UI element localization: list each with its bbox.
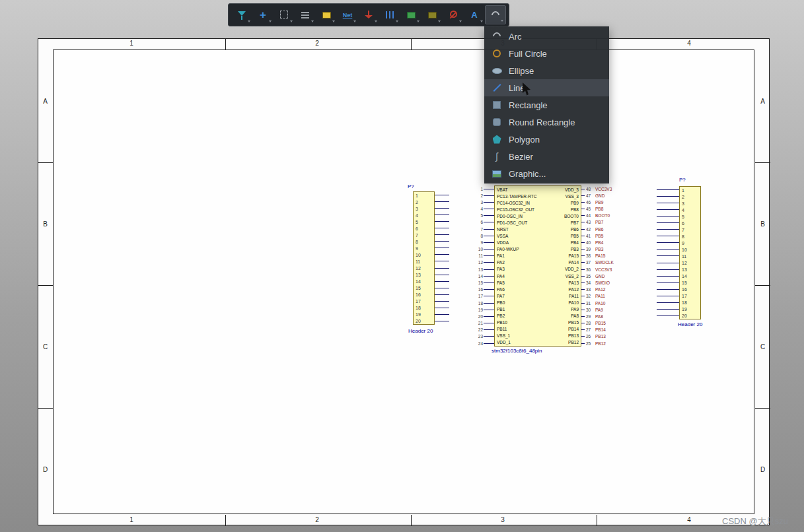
net-label[interactable]: PB7 — [595, 220, 603, 224]
pin-name: NRST — [497, 226, 544, 232]
menu-item[interactable]: Round Rectangle — [484, 114, 609, 131]
pin-number: 3 — [473, 200, 483, 205]
pin-number: 12 — [414, 265, 434, 271]
net-label[interactable]: PB6 — [595, 227, 603, 232]
align-button[interactable] — [295, 5, 316, 24]
pin-name: PA6 — [497, 286, 544, 292]
pin-line — [484, 303, 494, 304]
wire — [581, 255, 585, 256]
net-label[interactable]: GND — [595, 274, 604, 279]
zone-column-label: 1 — [129, 516, 133, 523]
pin-number: 27 — [586, 327, 595, 332]
net-label[interactable]: PB12 — [595, 341, 606, 346]
pin-line — [657, 189, 679, 190]
component-body[interactable]: 1234567891011121314151617181920 — [679, 186, 701, 319]
wire — [581, 229, 585, 230]
menu-item[interactable]: Rectangle — [484, 96, 609, 114]
pin-number: 1 — [473, 187, 483, 191]
net-label[interactable]: PA9 — [595, 308, 603, 312]
align-icon — [299, 9, 311, 21]
net-label[interactable]: VCC3V3 — [595, 267, 612, 272]
menu-item[interactable]: Arc — [484, 28, 609, 45]
component-header-left[interactable]: P? 1234567891011121314151617181920 Heade… — [408, 183, 460, 337]
pin-line — [657, 289, 679, 290]
net-label[interactable]: PB8 — [595, 207, 603, 211]
pin-line — [657, 242, 679, 243]
pin-name: VDD_3 — [542, 186, 579, 193]
sheet-entry-button[interactable] — [421, 5, 443, 24]
sheet-symbol-button[interactable] — [400, 5, 421, 24]
menu-item[interactable]: Graphic... — [484, 165, 609, 182]
menu-item[interactable]: Polygon — [484, 131, 609, 148]
net-label[interactable]: PA15 — [595, 253, 605, 258]
pin-number: 5 — [414, 218, 434, 225]
pin-line — [484, 310, 494, 310]
net-label[interactable]: PA8 — [595, 314, 603, 319]
filter-button[interactable] — [231, 5, 252, 24]
wire — [581, 262, 585, 263]
wire — [581, 215, 585, 216]
zone-row-label: D — [43, 466, 48, 473]
power-port-button[interactable] — [358, 5, 379, 24]
pin-number: 19 — [473, 308, 483, 312]
text-string-button[interactable]: A — [464, 5, 485, 24]
menu-item-label: Polygon — [509, 135, 540, 145]
bus-button[interactable] — [379, 5, 400, 24]
pin-name: PC14-OSC32_IN — [497, 199, 544, 206]
drawing-tools-button[interactable] — [485, 5, 506, 24]
wire — [581, 276, 585, 277]
pin-number: 42 — [586, 227, 595, 232]
place-part-button[interactable] — [316, 5, 337, 24]
net-label[interactable]: PA10 — [595, 301, 605, 306]
net-label[interactable]: PB4 — [595, 240, 603, 245]
net-label[interactable]: PB5 — [595, 234, 603, 238]
pin-line — [435, 268, 449, 269]
pin-line — [484, 209, 494, 209]
wire — [581, 336, 585, 337]
pin-number: 13 — [680, 266, 700, 273]
pin-name: PC15-OSC32_OUT — [497, 206, 544, 213]
net-label[interactable]: PB3 — [595, 247, 603, 251]
net-label-button[interactable]: Net — [337, 5, 358, 24]
net-label[interactable]: PB13 — [595, 334, 606, 339]
net-label[interactable]: GND — [595, 193, 604, 198]
pin-name: VSS_1 — [497, 333, 544, 339]
component-header-right[interactable]: P? 1234567891011121314151617181920 Heade… — [653, 177, 706, 329]
pin-line — [435, 261, 449, 261]
net-label[interactable]: SWDIO — [595, 281, 610, 285]
selection-button[interactable] — [274, 5, 295, 24]
menu-item[interactable]: Full Circle — [484, 45, 609, 62]
no-erc-button[interactable] — [443, 5, 464, 24]
net-label[interactable]: PA11 — [595, 294, 605, 298]
net-label[interactable]: PB9 — [595, 200, 603, 205]
net-label[interactable]: PB14 — [595, 327, 606, 332]
component-mcu[interactable]: 123456789101112131415161718192021222324 … — [473, 182, 625, 357]
pin-number: 11 — [473, 253, 483, 258]
component-body[interactable]: VBATPC13-TAMPER-RTCPC14-OSC32_INPC15-OSC… — [494, 185, 581, 347]
zone-row-label: A — [760, 98, 765, 105]
net-label[interactable]: PB15 — [595, 321, 606, 325]
pin-name: PA14 — [542, 259, 579, 266]
net-label[interactable]: VCC3V3 — [595, 187, 612, 191]
pin-number: 5 — [473, 213, 483, 218]
net-label[interactable]: BOOT0 — [595, 213, 610, 218]
pin-name: PB9 — [542, 199, 579, 206]
component-body[interactable]: 1234567891011121314151617181920 — [413, 191, 435, 325]
pin-number: 18 — [680, 299, 700, 306]
pin-name: PA8 — [542, 312, 579, 319]
menu-item[interactable]: Bezier — [484, 148, 609, 165]
crosshair-button[interactable]: + — [252, 5, 274, 24]
pin-number: 23 — [473, 334, 483, 339]
pin-line — [484, 336, 494, 337]
pin-number: 39 — [586, 247, 595, 251]
net-label[interactable]: PA12 — [595, 287, 605, 292]
pin-number: 7 — [680, 226, 700, 233]
schematic-drawing-area[interactable] — [53, 50, 754, 514]
net-label[interactable]: SWDCLK — [595, 260, 614, 265]
menu-item[interactable]: Line — [484, 79, 609, 96]
pin-number: 8 — [473, 234, 483, 238]
menu-item[interactable]: Ellipse — [484, 62, 609, 79]
pin-line — [657, 263, 679, 263]
wire — [581, 283, 585, 283]
pin-line — [484, 276, 494, 277]
